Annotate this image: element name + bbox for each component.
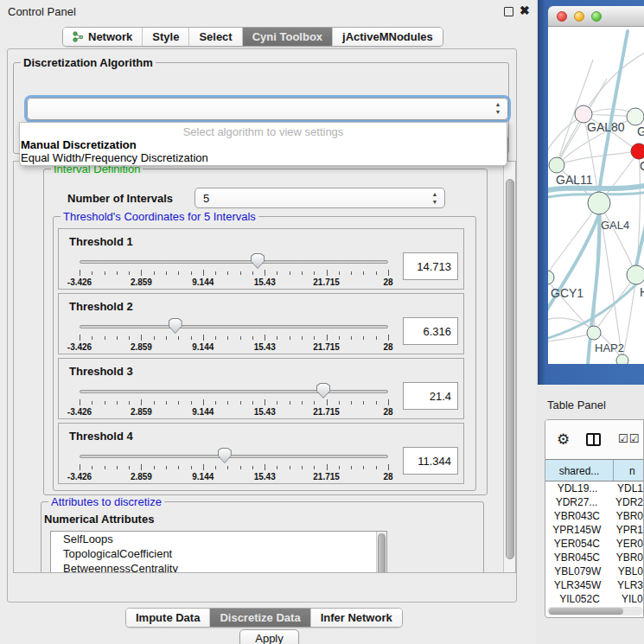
discretization-algorithm-group-title: Discretization Algorithm xyxy=(21,56,156,69)
table-row[interactable]: YBR043CYBR0 xyxy=(545,510,643,524)
popup-item-equal-width-frequency[interactable]: Equal Width/Frequency Discretization xyxy=(21,151,208,164)
slider-tick-labels: -3.4262.8599.14415.4321.71528 xyxy=(80,277,388,288)
close-window-icon[interactable] xyxy=(557,11,567,22)
apply-button[interactable]: Apply xyxy=(239,629,299,644)
slider-thumb[interactable] xyxy=(218,448,232,463)
tab-select[interactable]: Select xyxy=(189,28,242,46)
attributes-group: Attributes to discretize Numerical Attri… xyxy=(41,501,484,573)
attr-items-host: SelfLoopsTopologicalCoefficientBetweenne… xyxy=(51,532,386,573)
network-node[interactable] xyxy=(588,192,610,214)
attributes-group-title: Attributes to discretize xyxy=(48,495,164,508)
tab-infer-network[interactable]: Infer Network xyxy=(311,609,402,627)
tab-style[interactable]: Style xyxy=(143,28,189,46)
float-panel-icon[interactable] xyxy=(504,7,513,16)
settings-vertical-scrollbar[interactable] xyxy=(503,162,515,572)
table-panel-title: Table Panel xyxy=(547,399,606,411)
columns-icon[interactable] xyxy=(586,433,601,446)
tab-cyni-toolbox[interactable]: Cyni Toolbox xyxy=(243,28,333,46)
network-node[interactable] xyxy=(587,326,601,340)
slider-track[interactable] xyxy=(80,455,388,458)
slider-track[interactable] xyxy=(80,390,388,393)
threshold-value-field[interactable]: 6.316 xyxy=(403,317,458,345)
threshold-slider[interactable]: -3.4262.8599.14415.4321.71528 xyxy=(80,445,388,485)
threshold-value-field[interactable]: 21.4 xyxy=(403,382,458,410)
threshold-slider[interactable]: -3.4262.8599.14415.4321.71528 xyxy=(80,316,388,355)
table-row[interactable]: YDL19...YDL1 xyxy=(545,482,643,496)
control-panel-titlebar: Control Panel ✖ xyxy=(0,0,536,22)
table-rows: YDL19...YDL1YDR27...YDR2YBR043CYBR0YPR14… xyxy=(545,482,643,603)
tab-jactivemnodules[interactable]: jActiveMNodules xyxy=(333,28,443,46)
thresholds-group: Threshold's Coordinates for 5 Intervals … xyxy=(53,216,476,491)
numerical-attributes-heading: Numerical Attributes xyxy=(44,513,154,526)
column-header-name[interactable]: n xyxy=(614,460,643,481)
tab-network-label: Network xyxy=(88,30,132,43)
number-of-intervals-combobox[interactable]: 5 ▲▼ xyxy=(194,188,445,208)
tab-impute-data[interactable]: Impute Data xyxy=(126,609,210,627)
table-header: shared... n xyxy=(545,459,643,481)
numerical-attributes-list[interactable]: SelfLoopsTopologicalCoefficientBetweenne… xyxy=(50,531,387,573)
table-row[interactable]: YLR345WYLR3 xyxy=(545,579,643,593)
network-canvas-svg: GAL80GACGAL11GAL4GCY1HHAP2 xyxy=(548,27,644,364)
scrollbar-thumb[interactable] xyxy=(378,533,386,573)
minimize-window-icon[interactable] xyxy=(574,11,584,22)
threshold-slider[interactable]: -3.4262.8599.14415.4321.71528 xyxy=(80,380,388,420)
network-node-label: GAL80 xyxy=(587,120,625,134)
select-columns-checkboxes-icon[interactable]: ☑☑ xyxy=(618,432,640,445)
threshold-slider[interactable]: -3.4262.8599.14415.4321.71528 xyxy=(80,251,388,290)
slider-track[interactable] xyxy=(80,325,388,328)
table-row[interactable]: YBL079WYBL0 xyxy=(545,565,643,579)
control-panel: Control Panel ✖ Network Style Select Cyn… xyxy=(0,0,536,644)
network-node[interactable] xyxy=(548,271,554,284)
table-horizontal-scrollbar[interactable] xyxy=(547,607,643,615)
threshold-value-field[interactable]: 14.713 xyxy=(403,252,458,280)
network-node-label: GA xyxy=(637,124,644,138)
threshold-value-field[interactable]: 11.344 xyxy=(403,447,458,475)
scrollbar-thumb[interactable] xyxy=(549,608,623,615)
algorithm-combobox[interactable]: ▲▼ xyxy=(27,98,508,120)
table-row[interactable]: YER054CYER0 xyxy=(545,538,643,552)
slider-thumb[interactable] xyxy=(169,318,182,334)
tab-discretize-data[interactable]: Discretize Data xyxy=(210,609,310,627)
popup-item-manual-discretization[interactable]: Manual Discretization xyxy=(21,138,137,151)
combo-stepper-icon: ▲▼ xyxy=(493,100,503,116)
table-row[interactable]: YPR145WYPR1 xyxy=(545,524,643,538)
tab-network[interactable]: Network xyxy=(63,28,143,46)
slider-ticks xyxy=(80,334,388,341)
network-node[interactable] xyxy=(627,108,644,125)
network-node[interactable] xyxy=(627,265,644,284)
network-node[interactable] xyxy=(616,354,628,364)
network-window-titlebar xyxy=(548,6,644,27)
threshold-label: Threshold 2 xyxy=(59,294,463,313)
attribute-list-item[interactable]: TopologicalCoefficient xyxy=(51,546,386,561)
slider-tick-labels: -3.4262.8599.14415.4321.71528 xyxy=(80,342,388,353)
column-header-shared-name[interactable]: shared... xyxy=(545,460,614,481)
threshold-label: Threshold 3 xyxy=(59,359,463,378)
algorithm-dropdown-popup: Select algorithm to view settings Manual… xyxy=(19,122,507,166)
table-row[interactable]: YBR045CYBR0 xyxy=(545,552,643,565)
slider-thumb[interactable] xyxy=(316,383,330,399)
slider-tick-labels: -3.4262.8599.14415.4321.71528 xyxy=(80,472,388,482)
table-row[interactable]: YIL052CYIL0 xyxy=(545,593,643,603)
close-icon[interactable]: ✖ xyxy=(520,3,530,17)
network-icon xyxy=(73,31,84,42)
scrollbar-thumb[interactable] xyxy=(506,179,514,559)
slider-track[interactable] xyxy=(80,260,388,264)
attribute-list-scrollbar[interactable] xyxy=(376,532,386,573)
threshold-row: Threshold 1 -3.4262.8599.14415.4321.7152… xyxy=(58,228,464,290)
attribute-list-item[interactable]: SelfLoops xyxy=(51,532,386,546)
attribute-list-item[interactable]: BetweennessCentrality xyxy=(51,561,386,573)
algorithm-popup-hint: Select algorithm to view settings xyxy=(20,125,507,138)
combo-stepper-icon: ▲▼ xyxy=(430,190,440,206)
gear-icon[interactable]: ⚙ xyxy=(557,430,570,449)
top-tab-bar: Network Style Select Cyni Toolbox jActiv… xyxy=(62,27,443,47)
network-node[interactable] xyxy=(631,143,644,159)
interval-definition-group: Interval Definition Number of Intervals … xyxy=(43,169,488,495)
slider-thumb[interactable] xyxy=(251,253,265,269)
network-view[interactable]: GAL80GACGAL11GAL4GCY1HHAP2 xyxy=(548,27,644,364)
network-node[interactable] xyxy=(549,157,564,173)
slider-ticks xyxy=(80,399,388,406)
table-toolbar: ⚙ ☑☑ xyxy=(545,420,643,459)
cyni-toolbox-panel: Discretization Algorithm ▲▼ Table Data g… xyxy=(7,48,517,603)
table-row[interactable]: YDR27...YDR2 xyxy=(545,496,643,510)
zoom-window-icon[interactable] xyxy=(591,11,602,22)
